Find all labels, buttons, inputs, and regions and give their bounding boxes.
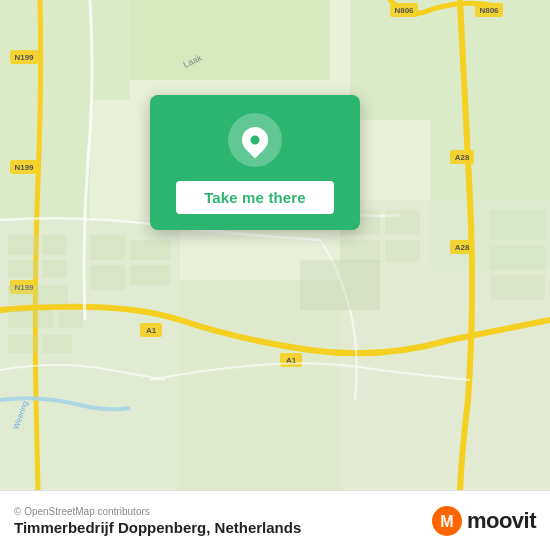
svg-rect-33	[8, 285, 68, 305]
take-me-there-button[interactable]: Take me there	[176, 181, 334, 214]
svg-text:N199: N199	[14, 163, 34, 172]
svg-text:A1: A1	[146, 326, 157, 335]
svg-rect-2	[130, 0, 330, 80]
svg-rect-51	[335, 270, 355, 285]
svg-rect-37	[42, 335, 72, 353]
location-icon-background	[228, 113, 282, 167]
svg-rect-48	[490, 275, 545, 300]
navigation-card: Take me there	[150, 95, 360, 230]
svg-rect-43	[385, 210, 420, 235]
svg-text:N199: N199	[14, 53, 34, 62]
map-container: A1 A1 A28 A28 N199 N199 N199 N806 N806 L…	[0, 0, 550, 490]
svg-rect-47	[490, 245, 545, 270]
svg-text:A28: A28	[455, 153, 470, 162]
svg-rect-34	[8, 310, 53, 328]
svg-rect-40	[130, 240, 170, 260]
svg-rect-30	[42, 235, 67, 255]
map-background: A1 A1 A28 A28 N199 N199 N199 N806 N806 L…	[0, 0, 550, 490]
svg-rect-44	[340, 240, 380, 262]
moovit-icon: M	[431, 505, 463, 537]
place-name-text: Timmerbedrijf Doppenberg, Netherlands	[14, 519, 301, 536]
svg-rect-4	[350, 0, 550, 120]
svg-rect-7	[180, 280, 340, 490]
svg-rect-29	[8, 235, 38, 255]
svg-rect-38	[90, 235, 125, 260]
location-pin-dot	[249, 134, 262, 147]
svg-text:M: M	[440, 513, 453, 530]
svg-text:A28: A28	[455, 243, 470, 252]
location-pin-icon	[237, 122, 274, 159]
moovit-brand-text: moovit	[467, 508, 536, 534]
svg-rect-50	[310, 270, 330, 285]
bottom-bar: © OpenStreetMap contributors Timmerbedri…	[0, 490, 550, 550]
svg-rect-32	[42, 260, 67, 278]
svg-rect-52	[360, 270, 375, 285]
svg-rect-45	[385, 240, 420, 262]
svg-rect-46	[490, 210, 545, 240]
svg-rect-31	[8, 260, 38, 278]
svg-rect-39	[90, 265, 125, 290]
svg-text:N806: N806	[394, 6, 414, 15]
svg-rect-36	[8, 335, 38, 353]
svg-text:N806: N806	[479, 6, 499, 15]
bottom-left-info: © OpenStreetMap contributors Timmerbedri…	[14, 506, 301, 536]
moovit-logo: M moovit	[431, 505, 536, 537]
attribution-text: © OpenStreetMap contributors	[14, 506, 301, 517]
svg-rect-35	[58, 310, 83, 328]
svg-rect-41	[130, 265, 170, 285]
